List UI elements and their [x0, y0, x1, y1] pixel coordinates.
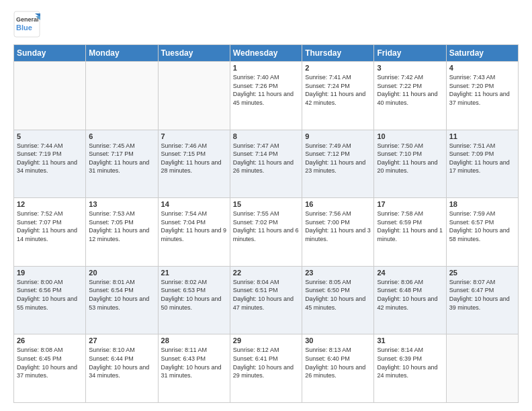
day-number: 23 — [305, 269, 371, 277]
day-info: Sunrise: 7:43 AMSunset: 7:20 PMDaylight:… — [449, 73, 515, 107]
weekday-header-tuesday: Tuesday — [158, 45, 230, 62]
calendar-cell: 3Sunrise: 7:42 AMSunset: 7:22 PMDaylight… — [374, 62, 446, 130]
calendar-cell: 5Sunrise: 7:44 AMSunset: 7:19 PMDaylight… — [14, 130, 86, 198]
page: General Blue SundayMondayTuesdayWednesda… — [0, 0, 532, 411]
calendar-cell: 6Sunrise: 7:45 AMSunset: 7:17 PMDaylight… — [86, 130, 158, 198]
day-number: 28 — [161, 336, 227, 345]
svg-text:General: General — [16, 16, 39, 23]
day-number: 7 — [161, 132, 227, 140]
calendar-cell: 10Sunrise: 7:50 AMSunset: 7:10 PMDayligh… — [374, 130, 446, 198]
day-info: Sunrise: 8:11 AMSunset: 6:43 PMDaylight:… — [161, 346, 227, 379]
day-info: Sunrise: 7:50 AMSunset: 7:10 PMDaylight:… — [377, 142, 443, 175]
day-number: 5 — [17, 132, 83, 140]
calendar-cell: 24Sunrise: 8:06 AMSunset: 6:48 PMDayligh… — [374, 266, 446, 334]
day-info: Sunrise: 7:47 AMSunset: 7:14 PMDaylight:… — [233, 142, 299, 175]
week-row-1: 1Sunrise: 7:40 AMSunset: 7:26 PMDaylight… — [14, 62, 519, 130]
day-info: Sunrise: 7:58 AMSunset: 6:59 PMDaylight:… — [377, 210, 443, 243]
week-row-4: 19Sunrise: 8:00 AMSunset: 6:56 PMDayligh… — [14, 266, 519, 334]
day-number: 6 — [89, 132, 154, 140]
calendar-cell — [446, 334, 518, 403]
day-number: 4 — [449, 64, 515, 72]
day-info: Sunrise: 7:55 AMSunset: 7:02 PMDaylight:… — [233, 210, 299, 243]
calendar-cell: 17Sunrise: 7:58 AMSunset: 6:59 PMDayligh… — [374, 198, 446, 267]
day-number: 30 — [305, 336, 371, 345]
day-number: 2 — [305, 64, 371, 72]
weekday-header-thursday: Thursday — [302, 45, 374, 62]
day-info: Sunrise: 7:40 AMSunset: 7:26 PMDaylight:… — [233, 73, 299, 107]
day-number: 8 — [233, 132, 299, 140]
day-number: 16 — [305, 200, 371, 208]
day-number: 21 — [161, 269, 227, 277]
calendar-cell: 30Sunrise: 8:13 AMSunset: 6:40 PMDayligh… — [302, 334, 374, 403]
header: General Blue — [13, 11, 519, 38]
calendar-cell: 20Sunrise: 8:01 AMSunset: 6:54 PMDayligh… — [86, 266, 158, 334]
calendar-cell: 23Sunrise: 8:05 AMSunset: 6:50 PMDayligh… — [302, 266, 374, 334]
logo: General Blue — [13, 11, 67, 38]
calendar-cell: 21Sunrise: 8:02 AMSunset: 6:53 PMDayligh… — [158, 266, 230, 334]
calendar-cell: 11Sunrise: 7:51 AMSunset: 7:09 PMDayligh… — [446, 130, 518, 198]
day-number: 19 — [17, 269, 83, 277]
calendar-cell: 4Sunrise: 7:43 AMSunset: 7:20 PMDaylight… — [446, 62, 518, 130]
week-row-2: 5Sunrise: 7:44 AMSunset: 7:19 PMDaylight… — [14, 130, 519, 198]
day-info: Sunrise: 8:06 AMSunset: 6:48 PMDaylight:… — [377, 278, 443, 312]
day-info: Sunrise: 8:02 AMSunset: 6:53 PMDaylight:… — [161, 278, 227, 312]
day-info: Sunrise: 7:41 AMSunset: 7:24 PMDaylight:… — [305, 73, 371, 107]
calendar-cell — [86, 62, 158, 130]
day-info: Sunrise: 7:49 AMSunset: 7:12 PMDaylight:… — [305, 142, 371, 175]
calendar-cell: 9Sunrise: 7:49 AMSunset: 7:12 PMDaylight… — [302, 130, 374, 198]
day-info: Sunrise: 7:56 AMSunset: 7:00 PMDaylight:… — [305, 210, 371, 243]
calendar-cell: 25Sunrise: 8:07 AMSunset: 6:47 PMDayligh… — [446, 266, 518, 334]
day-number: 15 — [233, 200, 299, 208]
calendar-cell: 15Sunrise: 7:55 AMSunset: 7:02 PMDayligh… — [230, 198, 302, 267]
day-number: 24 — [377, 269, 443, 277]
day-info: Sunrise: 7:52 AMSunset: 7:07 PMDaylight:… — [17, 210, 83, 243]
day-number: 10 — [377, 132, 443, 140]
day-info: Sunrise: 7:51 AMSunset: 7:09 PMDaylight:… — [449, 142, 515, 175]
calendar-cell: 13Sunrise: 7:53 AMSunset: 7:05 PMDayligh… — [86, 198, 158, 267]
calendar-table: SundayMondayTuesdayWednesdayThursdayFrid… — [13, 44, 519, 403]
calendar-cell — [158, 62, 230, 130]
weekday-header-row: SundayMondayTuesdayWednesdayThursdayFrid… — [14, 45, 519, 62]
week-row-5: 26Sunrise: 8:08 AMSunset: 6:45 PMDayligh… — [14, 334, 519, 403]
day-info: Sunrise: 7:59 AMSunset: 6:57 PMDaylight:… — [449, 210, 515, 243]
calendar-cell: 22Sunrise: 8:04 AMSunset: 6:51 PMDayligh… — [230, 266, 302, 334]
calendar-cell: 1Sunrise: 7:40 AMSunset: 7:26 PMDaylight… — [230, 62, 302, 130]
day-info: Sunrise: 8:08 AMSunset: 6:45 PMDaylight:… — [17, 346, 83, 379]
day-info: Sunrise: 7:54 AMSunset: 7:04 PMDaylight:… — [161, 210, 227, 243]
calendar-cell: 7Sunrise: 7:46 AMSunset: 7:15 PMDaylight… — [158, 130, 230, 198]
calendar-cell: 8Sunrise: 7:47 AMSunset: 7:14 PMDaylight… — [230, 130, 302, 198]
day-number: 17 — [377, 200, 443, 208]
day-number: 18 — [449, 200, 515, 208]
logo-svg: General Blue — [13, 11, 67, 38]
day-number: 20 — [89, 269, 154, 277]
calendar-cell: 31Sunrise: 8:14 AMSunset: 6:39 PMDayligh… — [374, 334, 446, 403]
svg-text:Blue: Blue — [16, 24, 32, 32]
day-info: Sunrise: 7:45 AMSunset: 7:17 PMDaylight:… — [89, 142, 154, 175]
calendar-cell: 29Sunrise: 8:12 AMSunset: 6:41 PMDayligh… — [230, 334, 302, 403]
day-info: Sunrise: 7:46 AMSunset: 7:15 PMDaylight:… — [161, 142, 227, 175]
calendar-cell — [14, 62, 86, 130]
day-number: 1 — [233, 64, 299, 72]
day-info: Sunrise: 8:07 AMSunset: 6:47 PMDaylight:… — [449, 278, 515, 312]
day-number: 31 — [377, 336, 443, 345]
day-number: 14 — [161, 200, 227, 208]
calendar-cell: 28Sunrise: 8:11 AMSunset: 6:43 PMDayligh… — [158, 334, 230, 403]
day-info: Sunrise: 7:44 AMSunset: 7:19 PMDaylight:… — [17, 142, 83, 175]
day-info: Sunrise: 8:04 AMSunset: 6:51 PMDaylight:… — [233, 278, 299, 312]
calendar-cell: 27Sunrise: 8:10 AMSunset: 6:44 PMDayligh… — [86, 334, 158, 403]
day-number: 29 — [233, 336, 299, 345]
week-row-3: 12Sunrise: 7:52 AMSunset: 7:07 PMDayligh… — [14, 198, 519, 267]
day-number: 22 — [233, 269, 299, 277]
weekday-header-saturday: Saturday — [446, 45, 518, 62]
calendar-cell: 2Sunrise: 7:41 AMSunset: 7:24 PMDaylight… — [302, 62, 374, 130]
day-number: 27 — [89, 336, 154, 345]
day-number: 26 — [17, 336, 83, 345]
calendar-cell: 14Sunrise: 7:54 AMSunset: 7:04 PMDayligh… — [158, 198, 230, 267]
day-number: 11 — [449, 132, 515, 140]
calendar-cell: 26Sunrise: 8:08 AMSunset: 6:45 PMDayligh… — [14, 334, 86, 403]
weekday-header-wednesday: Wednesday — [230, 45, 302, 62]
calendar-cell: 12Sunrise: 7:52 AMSunset: 7:07 PMDayligh… — [14, 198, 86, 267]
day-number: 3 — [377, 64, 443, 72]
day-info: Sunrise: 8:14 AMSunset: 6:39 PMDaylight:… — [377, 346, 443, 379]
day-info: Sunrise: 8:12 AMSunset: 6:41 PMDaylight:… — [233, 346, 299, 379]
